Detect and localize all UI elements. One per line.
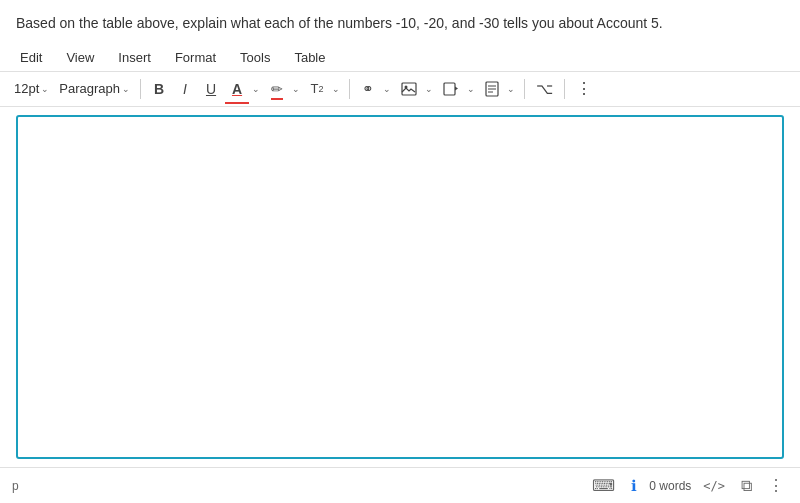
- font-size-selector[interactable]: 12pt ⌄: [10, 79, 53, 98]
- menu-tools[interactable]: Tools: [236, 48, 274, 67]
- menu-bar: Edit View Insert Format Tools Table: [0, 44, 800, 72]
- doc-chevron-icon: ⌄: [507, 84, 515, 94]
- font-color-chevron-icon: ⌄: [252, 84, 260, 94]
- font-size-chevron-icon: ⌄: [41, 84, 49, 94]
- image-dropdown[interactable]: ⌄: [422, 76, 436, 102]
- question-text: Based on the table above, explain what e…: [0, 0, 800, 44]
- image-chevron-icon: ⌄: [425, 84, 433, 94]
- media-button[interactable]: [438, 76, 464, 102]
- keyboard-icon[interactable]: ⌨: [588, 474, 619, 497]
- superscript-button[interactable]: T2: [305, 76, 329, 102]
- doc-group[interactable]: ⌄: [480, 76, 518, 102]
- font-size-value: 12pt: [14, 81, 39, 96]
- more-options-button[interactable]: ⋮: [571, 76, 597, 102]
- menu-table[interactable]: Table: [290, 48, 329, 67]
- divider-4: [564, 79, 565, 99]
- svg-rect-2: [444, 83, 455, 95]
- italic-button[interactable]: I: [173, 76, 197, 102]
- font-color-dropdown[interactable]: ⌄: [249, 76, 263, 102]
- font-color-label: A: [232, 81, 242, 97]
- menu-edit[interactable]: Edit: [16, 48, 46, 67]
- doc-dropdown[interactable]: ⌄: [504, 76, 518, 102]
- menu-insert[interactable]: Insert: [114, 48, 155, 67]
- highlight-dropdown[interactable]: ⌄: [289, 76, 303, 102]
- link-dropdown[interactable]: ⌄: [380, 76, 394, 102]
- link-chevron-icon: ⌄: [383, 84, 391, 94]
- status-right: ⌨ ℹ 0 words </> ⧉ ⋮: [588, 474, 788, 497]
- status-bar: p ⌨ ℹ 0 words </> ⧉ ⋮: [0, 467, 800, 503]
- font-color-button[interactable]: A: [225, 76, 249, 102]
- highlight-chevron-icon: ⌄: [292, 84, 300, 94]
- status-more-icon[interactable]: ⋮: [764, 474, 788, 497]
- highlight-button[interactable]: ✏: [265, 76, 289, 102]
- expand-icon[interactable]: ⧉: [737, 475, 756, 497]
- word-count: 0 words: [649, 479, 691, 493]
- highlight-group[interactable]: ✏ ⌄: [265, 76, 303, 102]
- link-button[interactable]: ⚭: [356, 76, 380, 102]
- link-group[interactable]: ⚭ ⌄: [356, 76, 394, 102]
- toolbar: 12pt ⌄ Paragraph ⌄ B I U A ⌄ ✏ ⌄ T2: [0, 72, 800, 107]
- menu-format[interactable]: Format: [171, 48, 220, 67]
- paragraph-chevron-icon: ⌄: [122, 84, 130, 94]
- image-button[interactable]: [396, 76, 422, 102]
- superscript-group[interactable]: T2 ⌄: [305, 76, 343, 102]
- superscript-dropdown[interactable]: ⌄: [329, 76, 343, 102]
- paragraph-style-value: Paragraph: [59, 81, 120, 96]
- superscript-chevron-icon: ⌄: [332, 84, 340, 94]
- underline-button[interactable]: U: [199, 76, 223, 102]
- bold-button[interactable]: B: [147, 76, 171, 102]
- paragraph-style-selector[interactable]: Paragraph ⌄: [55, 79, 134, 98]
- image-group[interactable]: ⌄: [396, 76, 436, 102]
- svg-rect-0: [402, 83, 416, 95]
- divider-2: [349, 79, 350, 99]
- menu-view[interactable]: View: [62, 48, 98, 67]
- source-code-icon[interactable]: </>: [699, 477, 729, 495]
- doc-button[interactable]: [480, 76, 504, 102]
- info-icon[interactable]: ℹ: [627, 475, 641, 497]
- media-dropdown[interactable]: ⌄: [464, 76, 478, 102]
- divider-1: [140, 79, 141, 99]
- media-group[interactable]: ⌄: [438, 76, 478, 102]
- media-chevron-icon: ⌄: [467, 84, 475, 94]
- font-color-group[interactable]: A ⌄: [225, 76, 263, 102]
- divider-3: [524, 79, 525, 99]
- status-paragraph-tag: p: [12, 479, 588, 493]
- highlight-label: ✏: [271, 81, 283, 97]
- editor-area[interactable]: [16, 115, 784, 459]
- special-chars-button[interactable]: ⌥: [531, 76, 558, 102]
